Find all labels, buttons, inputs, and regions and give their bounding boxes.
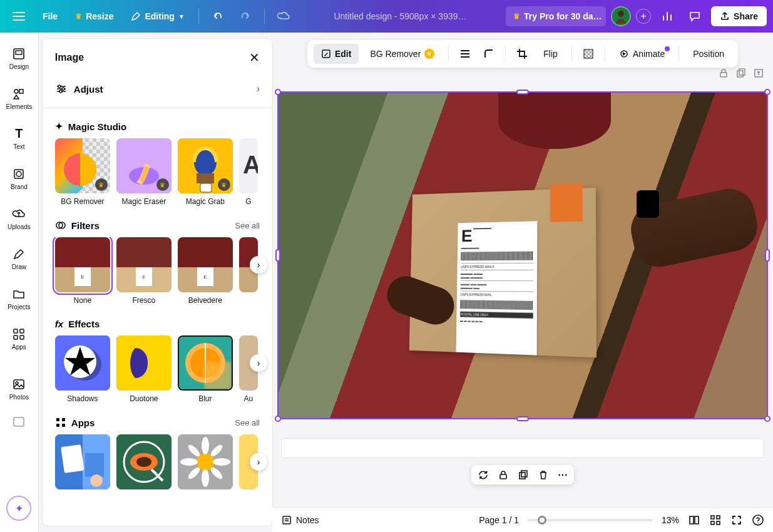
try-pro-button[interactable]: ♛ Try Pro for 30 da… — [506, 6, 606, 26]
document-title[interactable]: Untitled design - 5908px × 3939… — [300, 11, 501, 21]
apps-see-all[interactable]: See all — [235, 418, 260, 427]
main-menu-button[interactable] — [6, 4, 31, 29]
resize-handle-tl[interactable] — [275, 89, 281, 95]
rail-design[interactable]: Design — [1, 39, 36, 78]
filter-belvedere[interactable]: E Belvedere — [178, 237, 233, 305]
effect-duotone[interactable]: Duotone — [116, 335, 171, 403]
comment-button[interactable] — [683, 5, 706, 28]
magic-item-partial[interactable]: A G — [239, 138, 258, 206]
app-item-2[interactable] — [116, 434, 171, 489]
rail-uploads[interactable]: Uploads — [1, 199, 36, 238]
resize-handle-lm[interactable] — [275, 249, 280, 262]
more-button[interactable]: ⋯ — [558, 469, 568, 481]
magic-grab[interactable]: ♛ Magic Grab — [178, 138, 233, 206]
transparency-button[interactable] — [578, 44, 598, 64]
rail-brand[interactable]: Brand — [1, 159, 36, 198]
resize-handle-tr[interactable] — [764, 89, 770, 95]
page-indicator[interactable]: Page 1 / 1 — [479, 515, 519, 525]
filter-fresco[interactable]: E Fresco — [116, 237, 171, 305]
svg-rect-81 — [521, 471, 527, 477]
duplicate-page-icon[interactable] — [735, 68, 747, 79]
undo-button[interactable] — [207, 5, 229, 28]
export-page-icon[interactable] — [753, 68, 764, 79]
page-strip[interactable] — [281, 438, 764, 458]
flip-button[interactable]: Flip — [536, 44, 565, 64]
rail-label: Brand — [11, 183, 28, 190]
fullscreen-button[interactable] — [730, 514, 743, 526]
effect-shadows[interactable]: Shadows — [55, 335, 110, 403]
cloud-sync-icon[interactable] — [272, 5, 295, 28]
resize-handle-bm[interactable] — [516, 416, 529, 421]
image-content: E ▬▬▬▬▬▬▬▬▬▬▬▬ USPS EXPRESS MAIL® ▬▬▬▬ ▬… — [279, 93, 767, 418]
rail-text[interactable]: T Text — [1, 119, 36, 158]
rail-draw[interactable]: Draw — [1, 239, 36, 278]
resize-handle-bl[interactable] — [275, 416, 281, 422]
rail-projects[interactable]: Projects — [1, 279, 36, 318]
selected-image[interactable]: E ▬▬▬▬▬▬▬▬▬▬▬▬ USPS EXPRESS MAIL® ▬▬▬▬ ▬… — [279, 93, 767, 418]
app-item-1[interactable] — [55, 434, 110, 489]
delete-button[interactable] — [538, 469, 549, 481]
zoom-slider[interactable] — [528, 519, 653, 521]
adjust-row[interactable]: Adjust › — [43, 74, 272, 104]
rail-apps[interactable]: Apps — [1, 319, 36, 358]
editing-mode-dropdown[interactable]: Editing ▼ — [125, 6, 190, 26]
animate-button[interactable]: Animate — [612, 44, 672, 64]
share-button[interactable]: Share — [711, 6, 767, 26]
animate-label: Animate — [633, 49, 665, 59]
duplicate-button[interactable] — [518, 469, 529, 481]
effect-blur[interactable]: Blur — [178, 335, 233, 403]
app-item-3[interactable] — [178, 434, 233, 489]
image-panel: Image ✕ Adjust › ✦ Magic Studio ♛ — [43, 39, 272, 526]
magic-eraser[interactable]: ♛ Magic Eraser — [116, 138, 171, 206]
rail-elements[interactable]: Elements — [1, 79, 36, 118]
grid-view-button[interactable] — [709, 514, 722, 526]
filters-icon — [55, 220, 66, 231]
svg-rect-75 — [737, 71, 743, 77]
svg-rect-9 — [20, 329, 24, 333]
page-view-button[interactable] — [688, 514, 700, 526]
filters-see-all[interactable]: See all — [235, 221, 260, 230]
bg-remover-button[interactable]: BG Remover ♛ — [362, 44, 442, 64]
rail-label: Design — [9, 63, 29, 70]
photos-icon — [12, 377, 26, 391]
resize-button[interactable]: ♛ Resize — [69, 6, 120, 26]
corner-radius-button[interactable] — [479, 44, 499, 64]
edit-button[interactable]: Edit — [314, 44, 359, 64]
filter-thumb: E — [55, 237, 110, 292]
avatar[interactable] — [611, 6, 631, 26]
effects-next-button[interactable]: › — [250, 354, 267, 372]
brand-icon — [12, 167, 26, 181]
zoom-slider-thumb[interactable] — [538, 516, 546, 524]
filters-next-button[interactable]: › — [250, 256, 267, 274]
rail-photos[interactable]: Photos — [1, 369, 36, 408]
help-button[interactable] — [752, 514, 764, 526]
add-collaborator-button[interactable]: + — [636, 9, 651, 24]
svg-point-17 — [59, 90, 62, 93]
pro-badge-icon: ♛ — [424, 49, 434, 59]
position-button[interactable]: Position — [685, 44, 732, 64]
resize-handle-br[interactable] — [764, 416, 770, 422]
regenerate-button[interactable] — [478, 469, 489, 481]
lock-button[interactable] — [498, 469, 509, 481]
apps-next-button[interactable]: › — [250, 453, 267, 471]
magic-bg-remover[interactable]: ♛ BG Remover — [55, 138, 110, 206]
filter-none[interactable]: E None — [55, 237, 110, 305]
crop-button[interactable] — [512, 44, 532, 64]
magic-fab-button[interactable]: ✦ — [6, 496, 31, 521]
line-weight-button[interactable] — [455, 44, 475, 64]
rail-more[interactable] — [1, 409, 36, 434]
resize-handle-rm[interactable] — [765, 249, 770, 262]
svg-rect-87 — [711, 521, 714, 524]
panel-title: Image — [55, 52, 84, 63]
redo-button[interactable] — [234, 5, 257, 28]
analytics-button[interactable] — [656, 5, 678, 28]
notes-button[interactable]: Notes — [281, 514, 319, 526]
lock-icon[interactable] — [718, 68, 729, 79]
zoom-value[interactable]: 13% — [662, 515, 679, 525]
bg-remover-thumb: ♛ — [55, 138, 110, 193]
edit-icon — [321, 49, 331, 59]
file-menu[interactable]: File — [36, 6, 64, 26]
close-panel-button[interactable]: ✕ — [249, 50, 260, 65]
separator — [678, 46, 679, 61]
resize-handle-tm[interactable] — [516, 90, 529, 95]
